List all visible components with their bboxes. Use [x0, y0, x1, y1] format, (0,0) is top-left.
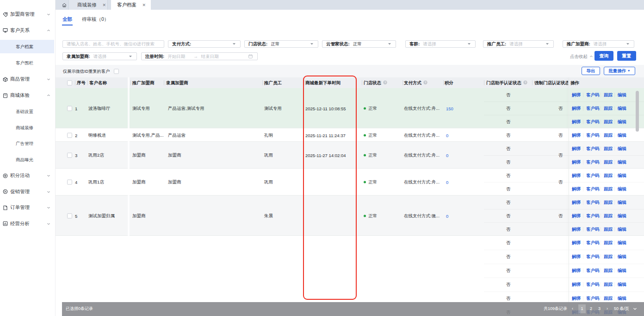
svg-text:?: ? — [425, 81, 427, 84]
svg-text:?: ? — [384, 81, 386, 84]
svg-text:?: ? — [525, 81, 526, 84]
